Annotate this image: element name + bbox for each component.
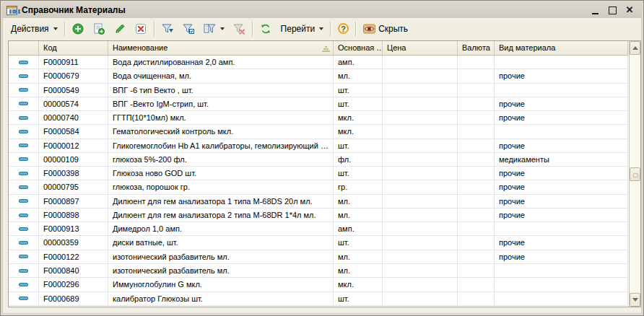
- row-marker-cell: [9, 236, 39, 250]
- row-marker-cell: [9, 139, 39, 153]
- row-price-cell: [383, 153, 458, 167]
- hide-button-label: Скрыть: [378, 24, 408, 34]
- column-header-unit[interactable]: Основная …: [334, 41, 383, 56]
- row-marker-cell: [9, 180, 39, 194]
- close-button[interactable]: ✕: [625, 5, 635, 15]
- table-row[interactable]: F0000122 изотонический разбавитель мл. м…: [9, 250, 640, 264]
- row-unit-cell: мл.: [334, 264, 383, 278]
- maximize-button[interactable]: [607, 5, 617, 15]
- filter-by-value-button[interactable]: [178, 20, 199, 38]
- table-row[interactable]: F0000398 Глюкоза ново GOD шт. шт. прочие: [9, 167, 640, 180]
- filter-clear-button[interactable]: [229, 20, 250, 38]
- column-header-currency[interactable]: Валюта: [458, 41, 495, 56]
- row-name-cell: Вода дистиллированная 2,0 амп.: [108, 56, 334, 69]
- vertical-scrollbar[interactable]: [629, 41, 640, 307]
- add-item-button[interactable]: [68, 20, 89, 38]
- row-name-cell: Иммуноглобулин G мкл.: [108, 278, 334, 291]
- table-row[interactable]: F0000913 Димедрол 1,0 амп. амп.: [9, 222, 640, 236]
- table-row[interactable]: 00000109 глюкоза 5%-200 фл. фл. медикаме…: [9, 153, 640, 167]
- arrow-up-icon: [632, 46, 638, 50]
- item-marker-icon: [19, 241, 28, 245]
- row-currency-cell: [458, 236, 495, 250]
- materials-table: Код Наименование Основная … Цена Валюта …: [8, 40, 641, 307]
- row-marker-cell: [9, 264, 39, 278]
- row-unit-cell: мл.: [334, 209, 383, 222]
- table-row[interactable]: F0000584 Гематологический контроль мкл. …: [9, 125, 640, 139]
- table-row[interactable]: F0000897 Дилюент для гем анализатора 1 т…: [9, 195, 640, 209]
- item-marker-icon: [19, 157, 28, 161]
- row-currency-cell: [458, 84, 495, 97]
- scroll-up-button[interactable]: [630, 41, 640, 55]
- minimize-button[interactable]: [590, 5, 600, 15]
- row-currency-cell: [458, 125, 495, 139]
- row-name-cell: изотонический разбавитель мл.: [108, 250, 334, 264]
- row-name-cell: Дилюент для гем анализатора 1 типа М-68D…: [108, 195, 334, 209]
- row-code-cell: F0000897: [39, 195, 108, 209]
- refresh-icon: [260, 22, 272, 35]
- refresh-button[interactable]: [256, 20, 277, 38]
- table-row[interactable]: F0000012 Гликогемоглобин Hb A1 калибрато…: [9, 139, 640, 153]
- table-row[interactable]: F0000549 ВПГ -6 тип Векто , шт. шт.: [9, 84, 640, 97]
- column-header-kind[interactable]: Вид материала: [495, 41, 628, 56]
- delete-item-button[interactable]: [131, 20, 152, 38]
- row-marker-cell: [9, 209, 39, 222]
- edit-item-button[interactable]: [110, 20, 131, 38]
- filter-history-button[interactable]: [199, 20, 229, 38]
- goto-menu-button[interactable]: Перейти: [277, 20, 328, 38]
- row-code-cell: 00000795: [39, 180, 108, 194]
- row-price-cell: [383, 264, 458, 278]
- edit-icon: [114, 22, 126, 35]
- row-kind-cell: [495, 222, 628, 236]
- table-row[interactable]: 00000359 диски ватные, шт. шт. прочие: [9, 236, 640, 250]
- row-currency-cell: [458, 111, 495, 125]
- row-unit-cell: гр.: [334, 180, 383, 194]
- hide-button[interactable]: Скрыть: [359, 20, 412, 38]
- add-icon: [72, 22, 84, 35]
- scroll-down-button[interactable]: [630, 293, 640, 307]
- row-code-cell: F0000549: [39, 84, 108, 97]
- item-marker-icon: [19, 227, 28, 231]
- actions-menu-button[interactable]: Действия: [6, 20, 62, 38]
- row-kind-cell: прочие: [495, 236, 628, 250]
- scrollbar-thumb[interactable]: [630, 167, 640, 181]
- row-price-cell: [383, 209, 458, 222]
- table-row[interactable]: 00000740 ГГТП(10*10мл) мкл. мкл. прочие: [9, 111, 640, 125]
- table-row[interactable]: F0000296 Иммуноглобулин G мкл. мкл.: [9, 278, 640, 291]
- row-code-cell: F0000679: [39, 69, 108, 83]
- copy-item-button[interactable]: [89, 20, 110, 38]
- app-window: Справочник Материалы ✕ Действия: [0, 0, 644, 316]
- row-code-cell: 00000740: [39, 111, 108, 125]
- row-currency-cell: [458, 250, 495, 264]
- item-marker-icon: [19, 88, 28, 92]
- row-name-cell: Гематологический контроль мкл.: [108, 125, 334, 139]
- window-title: Справочник Материалы: [22, 5, 590, 15]
- row-unit-cell: мл.: [334, 69, 383, 83]
- help-button[interactable]: ?: [334, 20, 353, 38]
- row-marker-cell: [9, 250, 39, 264]
- table-row[interactable]: F0000679 Вода очищенная, мл. мл. прочие: [9, 69, 640, 83]
- row-code-cell: 00000359: [39, 236, 108, 250]
- table-row[interactable]: F0000911 Вода дистиллированная 2,0 амп. …: [9, 56, 640, 69]
- table-row[interactable]: 00000574 ВПГ -Векто IgM-стрип, шт. шт. п…: [9, 97, 640, 111]
- filter-value-icon: [183, 22, 195, 35]
- table-body: F0000911 Вода дистиллированная 2,0 амп. …: [9, 56, 640, 306]
- column-header-code[interactable]: Код: [39, 41, 108, 56]
- item-marker-icon: [19, 255, 28, 258]
- client-area: Действия: [3, 18, 641, 313]
- column-header-price[interactable]: Цена: [383, 41, 458, 56]
- table-row[interactable]: 00000795 глюкоза, порошок гр. гр. прочие: [9, 180, 640, 194]
- row-unit-cell: шт.: [334, 236, 383, 250]
- table-row[interactable]: F0000840 изотонический разбавитель мл. м…: [9, 264, 640, 278]
- column-header-marker[interactable]: [9, 41, 39, 56]
- filter-clear-icon: [233, 22, 245, 35]
- row-unit-cell: шт.: [334, 292, 383, 306]
- row-price-cell: [383, 167, 458, 180]
- table-row[interactable]: F0000689 калибратор Глюкозы шт. шт.: [9, 292, 640, 306]
- column-header-name[interactable]: Наименование: [108, 41, 334, 56]
- row-currency-cell: [458, 139, 495, 153]
- filter-history-icon: [204, 22, 216, 35]
- table-row[interactable]: F0000898 Дилюент для гем анализатора 2 т…: [9, 209, 640, 222]
- filter-sort-button[interactable]: [157, 20, 178, 38]
- toolbar-separator: [154, 22, 155, 36]
- row-code-cell: 00000109: [39, 153, 108, 167]
